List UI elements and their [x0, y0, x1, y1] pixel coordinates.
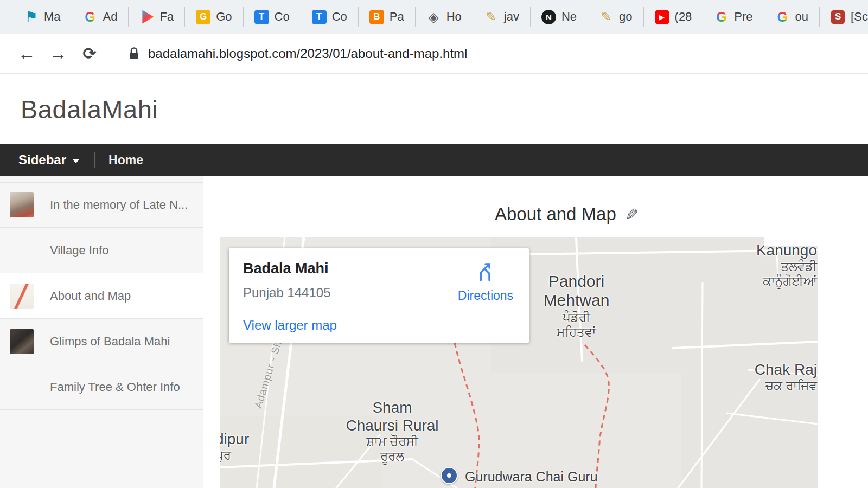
- directions-icon: [474, 260, 497, 283]
- bookmarks-bar: ⚑Ma GAd Fa GGo TCo TCo BPa ◈Ho ✎jav NNe …: [0, 0, 868, 34]
- post-content: About and Map✎: [203, 176, 868, 488]
- gurudwara-poi-label: Gurudwara Chai Guru: [465, 469, 598, 485]
- url-text: badalamahi.blogspot.com/2023/01/about-an…: [148, 46, 467, 61]
- sidebar-item-village-info[interactable]: Village Info: [0, 228, 203, 273]
- address-bar[interactable]: badalamahi.blogspot.com/2023/01/about-an…: [128, 46, 467, 61]
- sidebar-item-label: Glimps of Badala Mahi: [50, 335, 170, 349]
- sidebar-item-family-tree[interactable]: Family Tree & Ohter Info: [0, 364, 203, 410]
- youtube-icon: ▶: [655, 10, 669, 24]
- map-control-partial: [764, 237, 818, 246]
- page-title: About and Map: [495, 204, 616, 224]
- amber-app-icon: G: [196, 10, 210, 24]
- blue-t-app-icon: T: [312, 10, 327, 24]
- bookmark-item[interactable]: S[Sc: [820, 7, 868, 27]
- chevron-down-icon: [72, 159, 80, 163]
- bookmark-label: Fa: [159, 10, 174, 24]
- dark-circle-app-icon: N: [541, 10, 556, 24]
- back-button[interactable]: ←: [11, 44, 42, 62]
- view-larger-map-link[interactable]: View larger map: [243, 318, 337, 333]
- bookmark-label: Ma: [44, 10, 61, 24]
- bookmark-label: go: [619, 10, 632, 24]
- browser-window: ⚑Ma GAd Fa GGo TCo TCo BPa ◈Ho ✎jav NNe …: [0, 0, 868, 488]
- bookmark-label: Pre: [734, 10, 752, 24]
- collage-thumbnail: [10, 329, 34, 354]
- sidebar-item-label: Family Tree & Ohter Info: [50, 380, 180, 394]
- sidebar-item-memory[interactable]: In the memory of Late N...: [0, 182, 203, 228]
- bookmark-item[interactable]: ◈Ho: [416, 7, 473, 27]
- bookmark-item[interactable]: TCo: [244, 7, 301, 27]
- sidebar-item-label: Village Info: [50, 243, 108, 258]
- bookmark-label: [Sc: [851, 10, 868, 24]
- sidebar-dropdown[interactable]: Sidebar: [18, 152, 80, 168]
- diamond-app-icon: ◈: [426, 10, 441, 24]
- sidebar-item-about-and-map[interactable]: About and Map: [0, 273, 203, 319]
- directions-button[interactable]: Directions: [452, 260, 519, 303]
- bookmark-item[interactable]: GPre: [703, 7, 764, 27]
- bookmark-item[interactable]: ▶(28: [644, 7, 704, 27]
- pencil-icon: ✎: [599, 10, 614, 24]
- map-label-kanungo: Kanungo ਤਲਵੰਡੀ ਕਾਨੂੰਗੋਈਆਂ: [756, 241, 817, 288]
- red-circle-app-icon: S: [831, 10, 845, 24]
- sidebar-item-label: About and Map: [50, 289, 131, 303]
- google-g-icon: G: [83, 10, 98, 24]
- bookmark-item[interactable]: TCo: [301, 7, 359, 27]
- page-body: In the memory of Late N... Village Info …: [0, 176, 868, 488]
- map-info-card: Badala Mahi Punjab 144105 View larger ma…: [229, 248, 529, 343]
- bookmark-label: Ne: [561, 10, 577, 24]
- bookmark-item[interactable]: BPa: [359, 7, 416, 27]
- nav-divider: [94, 152, 95, 168]
- site-navbar: Sidebar Home: [0, 144, 868, 176]
- lock-icon: [128, 47, 140, 61]
- google-g-icon: G: [714, 10, 729, 24]
- reload-button[interactable]: ⟳: [74, 46, 105, 62]
- sidebar: In the memory of Late N... Village Info …: [0, 176, 203, 488]
- bookmark-label: Co: [332, 10, 347, 24]
- map-label-chak-raj: Chak Raj ਚਕ ਰਾਜਿਵ: [755, 361, 817, 393]
- memorial-photo-thumbnail: [10, 192, 34, 217]
- map-thumbnail: [10, 284, 34, 309]
- bookmark-item[interactable]: Gou: [764, 7, 820, 27]
- gurudwara-poi-icon[interactable]: [441, 467, 458, 484]
- site-header: BadalaMahi: [0, 74, 868, 144]
- sidebar-item-glimps[interactable]: Glimps of Badala Mahi: [0, 319, 203, 364]
- bookmark-label: Co: [275, 10, 290, 24]
- bookmark-label: Ho: [446, 10, 462, 24]
- bookmark-label: Go: [216, 10, 232, 24]
- bookmark-label: ou: [795, 10, 808, 24]
- post-heading-row: About and Map✎: [267, 204, 866, 224]
- directions-label: Directions: [452, 288, 519, 303]
- bookmark-item[interactable]: Fa: [129, 7, 185, 27]
- blue-t-app-icon: T: [254, 10, 269, 24]
- flag-icon: ⚑: [24, 10, 39, 24]
- bookmark-label: (28: [675, 10, 692, 24]
- map-label-dipur: dipur ਪੁਰ: [220, 430, 249, 463]
- bookmark-item[interactable]: ✎jav: [473, 7, 531, 27]
- nav-home-link[interactable]: Home: [108, 153, 143, 168]
- site-title[interactable]: BadalaMahi: [21, 94, 158, 124]
- browser-toolbar: ← → ⟳ badalamahi.blogspot.com/2023/01/ab…: [0, 34, 868, 74]
- blogger-icon: B: [369, 10, 384, 24]
- bookmark-label: Pa: [390, 10, 404, 24]
- sidebar-item-label: In the memory of Late N...: [50, 198, 188, 212]
- bookmark-item[interactable]: GAd: [72, 7, 129, 27]
- bookmark-label: jav: [504, 10, 519, 24]
- bookmark-item[interactable]: ⚑Ma: [13, 7, 72, 27]
- map-label-pandori-mehtwan: Pandori Mehtwan ਪੰਡੋਰੀ ਮਹਿਤਵਾਂ: [529, 272, 624, 339]
- map-label-sham-chaursi: Sham Chaursi Rural ਸ਼ਾਮ ਚੌਰਸੀ ਰੂਰਲ: [343, 399, 441, 464]
- bookmark-item[interactable]: NNe: [531, 7, 588, 27]
- pencil-icon: ✎: [484, 10, 499, 24]
- bookmark-item[interactable]: GGo: [185, 7, 243, 27]
- google-play-icon: [139, 10, 154, 24]
- sidebar-dropdown-label: Sidebar: [18, 152, 66, 168]
- bookmark-item[interactable]: ✎go: [588, 7, 643, 27]
- google-g-icon: G: [775, 10, 790, 24]
- edit-pencil-icon[interactable]: ✎: [625, 205, 639, 224]
- forward-button[interactable]: →: [42, 44, 74, 62]
- map-embed[interactable]: Kanungo ਤਲਵੰਡੀ ਕਾਨੂੰਗੋਈਆਂ Pandori Mehtwa…: [220, 237, 818, 488]
- bookmark-label: Ad: [103, 10, 118, 24]
